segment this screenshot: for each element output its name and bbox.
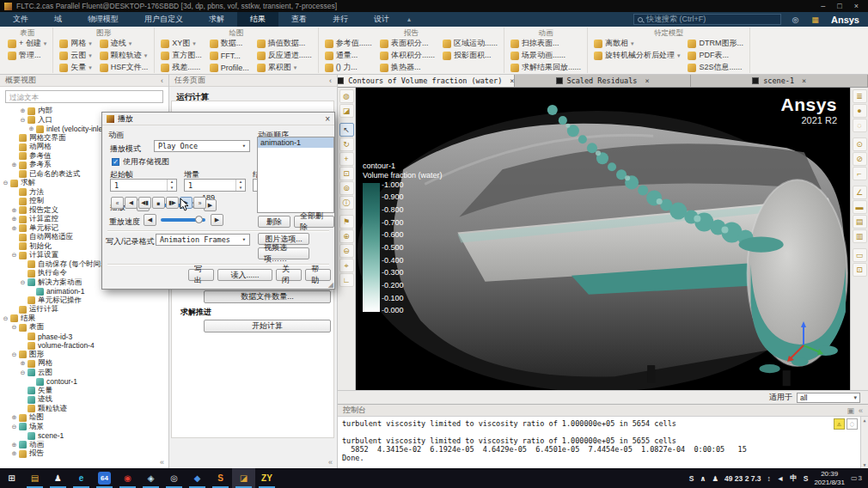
replay-speed-slider[interactable] (161, 218, 205, 222)
zone-motion-button[interactable]: 区域运动...... (443, 38, 498, 49)
graphics-tab[interactable]: Contours of Volume fraction (water) × (338, 75, 515, 87)
reaction-pathways-button[interactable]: 反应通道...... (257, 50, 312, 61)
xy-plot-button[interactable]: XY图▾ (161, 38, 202, 49)
tree-item[interactable]: contour-1 (0, 377, 168, 387)
calculate-button[interactable]: 开始计算 (204, 320, 331, 332)
clip-plane-button[interactable]: ◪ (339, 104, 354, 118)
speed-left-button[interactable]: ◀ (144, 214, 156, 226)
expander-icon[interactable]: ⊖ (10, 424, 18, 430)
menu-tab[interactable]: 求解 (196, 12, 237, 27)
play-reverse-button[interactable]: ◀ (125, 197, 138, 209)
console-collapse-icon[interactable]: « (859, 406, 863, 415)
tree-item[interactable]: scene-1 (0, 431, 168, 441)
shaded-view-button[interactable]: ● (853, 104, 867, 118)
quick-search-input[interactable]: 快速搜索 (Ctrl+F) (633, 14, 781, 25)
sweep-surface-button[interactable]: 扫掠表面... (510, 38, 581, 49)
probe-tool-button[interactable]: ⊚ (339, 181, 354, 195)
file-explorer-icon[interactable]: ▤ (23, 468, 46, 488)
contours-button[interactable]: 云图▾ (59, 50, 92, 61)
tree-item[interactable]: ⊕ 动画 (0, 441, 168, 450)
tree-item[interactable]: 颗粒轨迹 (0, 405, 168, 414)
status-toggle-button[interactable]: ◌ (847, 418, 858, 430)
delete-all-button[interactable]: 全部删除 (294, 216, 334, 228)
zoom-box-tool-button[interactable]: ⊡ (339, 167, 354, 180)
highlight-button[interactable]: ▬ (853, 200, 867, 214)
dtrm-graphics-button[interactable]: DTRM图形... (688, 38, 743, 49)
vectors-button[interactable]: 矢量▾ (59, 62, 92, 73)
menu-tab[interactable]: 用户自定义 (131, 12, 196, 27)
solution-playback-button[interactable]: 求解结果回放...... (510, 62, 581, 73)
apply-to-select[interactable]: all ▾ (797, 393, 860, 403)
mesh-display-button[interactable]: 网格▾ (59, 38, 92, 49)
tree-item[interactable]: ⊖ 场景 (0, 423, 168, 432)
fft-button[interactable]: FFT... (210, 50, 249, 61)
help-button[interactable]: 帮助 (305, 269, 331, 281)
expander-icon[interactable]: ⊖ (10, 351, 18, 358)
annotate-button[interactable]: ▤ (853, 215, 867, 229)
wireframe-view-button[interactable]: ◌ (853, 119, 867, 132)
expander-icon[interactable]: ⊖ (2, 180, 9, 186)
surface-integrals-button[interactable]: 表面积分... (380, 38, 435, 49)
capture-icon[interactable]: ◎ (162, 468, 186, 488)
ime-icon[interactable]: 中 (790, 473, 798, 484)
render-button[interactable]: ⚑ (339, 215, 354, 229)
pointer-tool-button[interactable]: ↖ (339, 123, 354, 137)
expander-icon[interactable]: ⊖ (2, 315, 9, 322)
monitor-values[interactable]: 49 23 2 7.3 (724, 474, 761, 483)
fit-view-button[interactable]: ⌖ (339, 259, 354, 272)
expander-icon[interactable]: ⊕ (19, 360, 27, 367)
help-icon[interactable]: ◎ (790, 15, 801, 24)
sogou-tray-icon[interactable]: S (689, 474, 694, 483)
last-frame-button[interactable]: » (193, 197, 206, 209)
expander-icon[interactable]: ⊕ (28, 125, 35, 132)
write-button[interactable]: 写出 (188, 269, 214, 281)
data-file-quantities-button[interactable]: 数据文件数量... (204, 290, 331, 303)
report-view-button[interactable]: ▥ (853, 229, 867, 243)
expander-icon[interactable]: ⊕ (10, 162, 18, 168)
network-icon[interactable]: ↕ (767, 474, 771, 483)
ribbon-collapse-icon[interactable]: ▴ (407, 15, 411, 23)
profile-data-button[interactable]: Profile... (210, 62, 249, 73)
first-frame-button[interactable]: « (111, 197, 124, 209)
console-float-icon[interactable]: ▣ (847, 406, 854, 415)
dialog-close-button[interactable]: 关闭 (276, 269, 302, 281)
menu-tab[interactable]: 并行 (320, 12, 361, 27)
axes-plot-button[interactable]: ∠ (853, 186, 867, 199)
tree-item[interactable]: 单元标记操作 (0, 296, 168, 306)
zy-icon[interactable]: ZY (255, 468, 278, 488)
volume-icon[interactable]: ◄ (777, 474, 784, 483)
maximize-button[interactable]: □ (837, 2, 841, 10)
sequence-list-item[interactable]: animation-1 (258, 137, 333, 148)
info-button[interactable]: ⓘ (339, 196, 354, 210)
menu-tab[interactable]: 设计 (361, 12, 402, 27)
tree-item[interactable]: ⊖ 表面 (0, 323, 168, 332)
graphics-canvas[interactable]: contour-1 Volume fraction (water) 1.0000… (356, 88, 850, 390)
playback-mode-select[interactable]: Play Once▾ (154, 140, 250, 152)
outline-scroll-hint[interactable]: « (160, 458, 164, 467)
use-stored-view-checkbox[interactable]: ✓ 使用存储视图 (112, 156, 169, 168)
rotate-tool-button[interactable]: ↻ (339, 137, 354, 151)
fluxes-button[interactable]: 通量... (325, 50, 372, 61)
speed-right-button[interactable]: ▶ (211, 214, 223, 226)
expander-icon[interactable]: ⊕ (10, 442, 18, 448)
pan-tool-button[interactable]: + (339, 152, 354, 166)
console-scrollbar[interactable]: ▲ ▼ (860, 417, 868, 468)
tab-close-icon[interactable]: × (802, 76, 806, 85)
tree-item[interactable]: ⊕ 绘图 (0, 413, 168, 423)
pdf-tables-button[interactable]: PDF表... (688, 50, 743, 61)
write-format-select[interactable]: Animation Frames▾ (156, 234, 250, 246)
manage-surfaces-button[interactable]: 管理... (8, 50, 46, 61)
hide-items-button[interactable]: ⊘ (853, 152, 867, 166)
browser-64-icon[interactable]: 64 (93, 468, 116, 488)
mesh-display-button[interactable]: ◍ (339, 89, 354, 103)
menu-tab[interactable]: 文件 (0, 12, 41, 27)
turbo-postprocessing-button[interactable]: 旋转机械分析后处理▾ (594, 50, 681, 61)
qq-icon[interactable]: ♟ (46, 468, 70, 488)
dialog-close-icon[interactable]: × (325, 114, 330, 124)
tree-item[interactable]: volume-fraction-4 (0, 341, 168, 351)
expander-icon[interactable]: ⊕ (10, 450, 18, 457)
projected-areas-button[interactable]: 投影面积... (443, 50, 498, 61)
expander-icon[interactable]: ⊖ (10, 252, 18, 259)
media-viewer-icon[interactable]: ◈ (139, 468, 162, 488)
data-sources-button[interactable]: 数据... (210, 38, 249, 49)
